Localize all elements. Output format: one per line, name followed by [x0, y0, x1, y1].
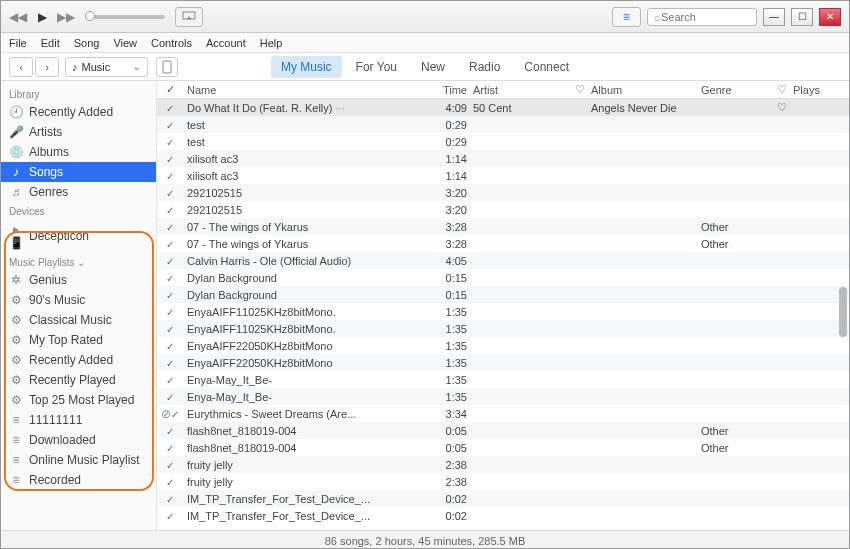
- row-check-icon[interactable]: ✓: [157, 391, 183, 403]
- table-row[interactable]: ✓flash8net_818019-0040:05Other: [157, 422, 849, 439]
- menu-song[interactable]: Song: [74, 37, 100, 49]
- table-row[interactable]: ✓2921025153:20: [157, 201, 849, 218]
- menu-edit[interactable]: Edit: [41, 37, 60, 49]
- source-select[interactable]: ♪ Music ⌄: [65, 57, 148, 77]
- table-row[interactable]: ✓Enya-May_It_Be-1:35: [157, 371, 849, 388]
- sidebar-item-top-25-most-played[interactable]: ⚙Top 25 Most Played: [1, 390, 156, 410]
- table-row[interactable]: ✓test0:29: [157, 116, 849, 133]
- col-check[interactable]: ✓: [157, 83, 183, 96]
- minimize-button[interactable]: —: [763, 8, 785, 26]
- col-time[interactable]: Time: [433, 84, 473, 96]
- row-check-icon[interactable]: ✓: [157, 476, 183, 488]
- row-check-icon[interactable]: ✓: [157, 374, 183, 386]
- tab-radio[interactable]: Radio: [459, 56, 510, 78]
- sidebar-section-library[interactable]: Library: [1, 85, 156, 102]
- table-row[interactable]: ✓EnyaAIFF22050KHz8bitMono1:35: [157, 337, 849, 354]
- row-check-icon[interactable]: ✓: [157, 340, 183, 352]
- row-check-icon[interactable]: ✓: [157, 323, 183, 335]
- row-check-icon[interactable]: ✓: [157, 136, 183, 148]
- volume-slider[interactable]: [85, 15, 165, 19]
- row-check-icon[interactable]: ✓: [157, 289, 183, 301]
- sidebar-section-devices[interactable]: Devices: [1, 202, 156, 219]
- sidebar-item-classical-music[interactable]: ⚙Classical Music: [1, 310, 156, 330]
- table-row[interactable]: ✓07 - The wings of Ykarus3:28Other: [157, 235, 849, 252]
- row-check-icon[interactable]: ✓: [157, 255, 183, 267]
- sidebar-item-online-music-playlist[interactable]: ≡Online Music Playlist: [1, 450, 156, 470]
- row-check-icon[interactable]: ✓: [157, 187, 183, 199]
- prev-button[interactable]: ◀◀: [9, 8, 27, 26]
- menu-controls[interactable]: Controls: [151, 37, 192, 49]
- tab-connect[interactable]: Connect: [514, 56, 579, 78]
- sidebar-item-my-top-rated[interactable]: ⚙My Top Rated: [1, 330, 156, 350]
- table-row[interactable]: ✓07 - The wings of Ykarus3:28Other: [157, 218, 849, 235]
- tab-new[interactable]: New: [411, 56, 455, 78]
- row-check-icon[interactable]: ✓: [157, 493, 183, 505]
- row-check-icon[interactable]: ✓: [157, 221, 183, 233]
- sidebar-item-11111111[interactable]: ≡11111111: [1, 410, 156, 430]
- play-button[interactable]: ▶: [33, 8, 51, 26]
- sidebar-item-recorded[interactable]: ≡Recorded: [1, 470, 156, 490]
- col-artist[interactable]: Artist: [473, 84, 569, 96]
- table-row[interactable]: ✓flash8net_818019-0040:05Other: [157, 439, 849, 456]
- row-check-icon[interactable]: ✓: [157, 442, 183, 454]
- sidebar-item-downloaded[interactable]: ≡Downloaded: [1, 430, 156, 450]
- table-row[interactable]: ✓Calvin Harris - Ole (Official Audio)4:0…: [157, 252, 849, 269]
- row-check-icon[interactable]: ✓: [157, 238, 183, 250]
- table-row[interactable]: ✓fruity jelly2:38: [157, 456, 849, 473]
- sidebar-item-recently-added[interactable]: 🕘Recently Added: [1, 102, 156, 122]
- sidebar-item-recently-played[interactable]: ⚙Recently Played: [1, 370, 156, 390]
- row-check-icon[interactable]: ✓: [157, 153, 183, 165]
- next-button[interactable]: ▶▶: [57, 8, 75, 26]
- row-check-icon[interactable]: ✓: [157, 204, 183, 216]
- table-header[interactable]: ✓ Name Time Artist ♡ Album Genre ♡ Plays: [157, 81, 849, 99]
- col-genre[interactable]: Genre: [701, 84, 771, 96]
- row-check-icon[interactable]: ✓: [157, 272, 183, 284]
- table-row[interactable]: ✓test0:29: [157, 133, 849, 150]
- table-row[interactable]: ⊘✓Eurythmics - Sweet Dreams (Are...3:34: [157, 405, 849, 422]
- sidebar-item-90-s-music[interactable]: ⚙90's Music: [1, 290, 156, 310]
- menu-file[interactable]: File: [9, 37, 27, 49]
- list-view-button[interactable]: ≡: [612, 7, 641, 27]
- table-row[interactable]: ✓EnyaAIFF22050KHz8bitMono1:35: [157, 354, 849, 371]
- table-row[interactable]: ✓xilisoft ac31:14: [157, 167, 849, 184]
- table-row[interactable]: ✓EnyaAIFF11025KHz8bitMono.1:35: [157, 320, 849, 337]
- sidebar-item-genres[interactable]: ♬Genres: [1, 182, 156, 202]
- table-row[interactable]: ✓Dylan Background0:15: [157, 269, 849, 286]
- row-check-icon[interactable]: ✓: [157, 510, 183, 522]
- table-row[interactable]: ✓Dylan Background0:15: [157, 286, 849, 303]
- close-button[interactable]: ✕: [819, 8, 841, 26]
- menu-view[interactable]: View: [113, 37, 137, 49]
- row-check-icon[interactable]: ✓: [157, 459, 183, 471]
- maximize-button[interactable]: ☐: [791, 8, 813, 26]
- sidebar-item-songs[interactable]: ♪Songs: [1, 162, 156, 182]
- sidebar-item-artists[interactable]: 🎤Artists: [1, 122, 156, 142]
- table-row[interactable]: ✓Enya-May_It_Be-1:35: [157, 388, 849, 405]
- sidebar-item-decepticon[interactable]: ▸ 📱Decepticon: [1, 219, 156, 253]
- col-loved2-icon[interactable]: ♡: [771, 83, 793, 96]
- row-check-icon[interactable]: ✓: [157, 425, 183, 437]
- row-check-icon[interactable]: ✓: [157, 170, 183, 182]
- menu-help[interactable]: Help: [260, 37, 283, 49]
- col-plays[interactable]: Plays: [793, 84, 849, 96]
- sidebar-item-recently-added[interactable]: ⚙Recently Added: [1, 350, 156, 370]
- row-check-icon[interactable]: ✓: [157, 306, 183, 318]
- table-row[interactable]: ✓2921025153:20: [157, 184, 849, 201]
- menu-account[interactable]: Account: [206, 37, 246, 49]
- search-input[interactable]: ⌕: [647, 8, 757, 26]
- row-check-icon[interactable]: ✓: [157, 119, 183, 131]
- table-row[interactable]: ✓EnyaAIFF11025KHz8bitMono.1:35: [157, 303, 849, 320]
- table-row[interactable]: ✓xilisoft ac31:14: [157, 150, 849, 167]
- row-check-icon[interactable]: ⊘✓: [157, 407, 183, 421]
- sidebar-section-music[interactable]: Music Playlists ⌄: [1, 253, 156, 270]
- sidebar-item-albums[interactable]: 💿Albums: [1, 142, 156, 162]
- sidebar-item-genius[interactable]: ✲Genius: [1, 270, 156, 290]
- forward-button[interactable]: ›: [35, 57, 59, 77]
- table-row[interactable]: ✓IM_TP_Transfer_For_Test_Device_...0:02: [157, 507, 849, 524]
- vertical-scrollbar[interactable]: [839, 287, 847, 337]
- col-loved-icon[interactable]: ♡: [569, 83, 591, 96]
- col-album[interactable]: Album: [591, 84, 701, 96]
- row-loved2-icon[interactable]: ♡: [771, 101, 793, 114]
- device-button[interactable]: [156, 57, 178, 77]
- table-row[interactable]: ✓fruity jelly2:38: [157, 473, 849, 490]
- table-row[interactable]: ✓Do What It Do (Feat. R. Kelly) ···4:095…: [157, 99, 849, 116]
